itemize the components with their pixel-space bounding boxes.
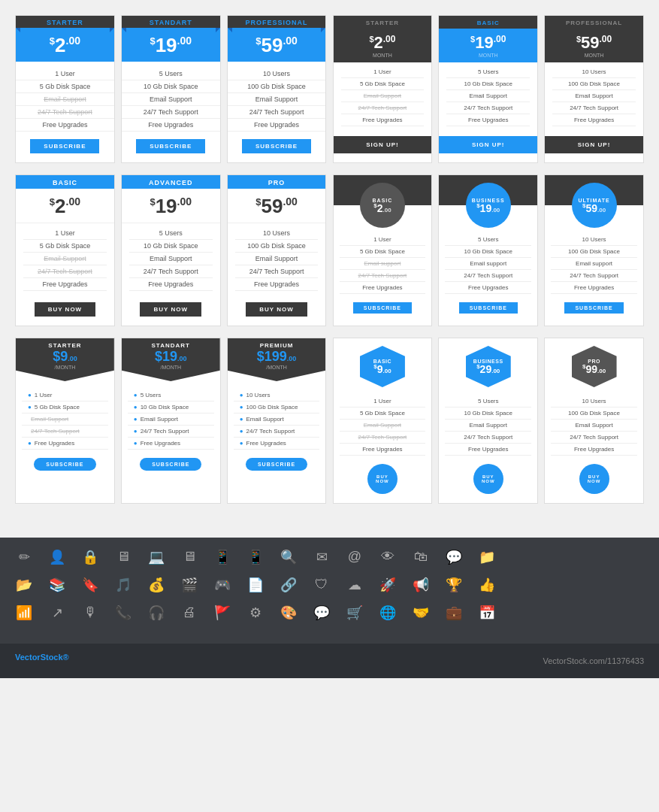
icon-item[interactable]: 📱 xyxy=(213,549,231,565)
buy-button[interactable]: BUY NOW xyxy=(579,464,609,494)
icon-item[interactable]: 🛍 xyxy=(412,549,430,565)
hex-badge-price: $9.00 xyxy=(373,364,391,374)
icon-item[interactable]: @ xyxy=(346,549,364,565)
feature-item: Free Upgrades xyxy=(228,119,326,132)
icon-item[interactable]: 📅 xyxy=(478,604,496,621)
icon-item[interactable]: 🎵 xyxy=(114,577,132,593)
feature-item: 5 Gb Disk Space xyxy=(341,78,425,90)
icon-item[interactable]: 💬 xyxy=(313,604,331,621)
icon-item[interactable]: 📁 xyxy=(478,549,496,565)
icon-item[interactable]: 📄 xyxy=(246,577,265,593)
circle-card: ULTIMATE $59.00 10 Users100 Gb Disk Spac… xyxy=(544,174,644,326)
feature-item: Email Support xyxy=(235,253,319,265)
icon-item[interactable]: 🎮 xyxy=(213,577,231,593)
signup-button[interactable]: SIGN UP! xyxy=(439,136,537,153)
feature-icon: ● xyxy=(134,404,138,411)
icon-item[interactable]: 🔍 xyxy=(280,549,298,565)
feature-item: Free Upgrades xyxy=(445,282,531,294)
buy-button[interactable]: BUY NOW xyxy=(246,302,307,317)
icon-item[interactable]: 🤝 xyxy=(412,604,430,621)
icon-item[interactable]: 📶 xyxy=(15,604,33,621)
icon-item[interactable]: 📢 xyxy=(412,577,430,593)
icon-item[interactable]: 📞 xyxy=(114,604,132,621)
dark-card: PROFESSIONAL $59.00 MONTH 10 Users100 Gb… xyxy=(544,15,644,163)
feature-item: Free Upgrades xyxy=(341,114,425,126)
dark-header: BASIC xyxy=(439,16,537,29)
icon-item[interactable]: 🔗 xyxy=(280,577,298,593)
icon-item[interactable]: 🖥 xyxy=(114,549,132,565)
buy-button[interactable]: BUY NOW xyxy=(367,464,398,494)
icon-item[interactable]: 📚 xyxy=(48,577,66,593)
feature-item: ●24/7 Tech Support xyxy=(234,426,320,438)
icon-item[interactable]: 👍 xyxy=(478,577,496,593)
ribbon-card: STARTER $2.00 1 User5 Gb Disk SpaceEmail… xyxy=(15,15,115,163)
icon-item[interactable]: 💻 xyxy=(147,549,165,565)
icon-item[interactable]: 🌐 xyxy=(379,604,397,621)
signup-button[interactable]: SIGN UP! xyxy=(545,136,643,153)
icon-item[interactable]: 📂 xyxy=(15,577,33,593)
subscribe-button[interactable]: SUBSCRIBE xyxy=(30,139,99,153)
subscribe-button[interactable]: SUBSCRIBE xyxy=(140,458,201,471)
icon-item[interactable]: ⚙ xyxy=(246,604,265,621)
icon-item[interactable]: 💼 xyxy=(445,604,463,621)
icon-item[interactable]: ✏ xyxy=(15,549,33,565)
feature-item: 1 User xyxy=(340,234,426,246)
buy-button[interactable]: BUY NOW xyxy=(35,302,96,317)
subscribe-button[interactable]: SUBSCRIBE xyxy=(136,139,205,153)
icon-item[interactable]: ☁ xyxy=(346,577,364,593)
price: $59.00 xyxy=(228,34,326,57)
circle-card: BASIC $2.00 1 User5 Gb Disk SpaceEmail s… xyxy=(333,174,433,326)
icon-item[interactable]: 🔒 xyxy=(81,549,99,565)
subscribe-button[interactable]: SUBSCRIBE xyxy=(242,139,311,153)
light-header: PRO xyxy=(228,175,326,189)
brand-name: VectorStock xyxy=(15,653,63,662)
icon-item[interactable]: 💬 xyxy=(445,549,463,565)
icon-item[interactable]: ✉ xyxy=(313,549,331,565)
price: $2.00 xyxy=(16,195,114,218)
feature-item: ●Free Upgrades xyxy=(128,438,214,450)
icon-item[interactable]: 👤 xyxy=(48,549,66,565)
feature-icon: ● xyxy=(134,416,138,423)
icon-item[interactable]: 🎧 xyxy=(147,604,165,621)
feature-icon: ● xyxy=(240,440,243,447)
watermark-bar: VectorStock® VectorStock.com/11376433 xyxy=(0,644,659,678)
icon-item[interactable]: 🛡 xyxy=(313,577,331,593)
icon-item[interactable]: 👁 xyxy=(379,549,397,565)
subscribe-button[interactable]: SUBSCRIBE xyxy=(564,302,623,314)
signup-button[interactable]: SIGN UP! xyxy=(334,136,432,153)
subscribe-button[interactable]: SUBSCRIBE xyxy=(459,302,518,314)
icon-item[interactable]: 🎨 xyxy=(280,604,298,621)
icon-item[interactable]: 💰 xyxy=(147,577,165,593)
icon-item[interactable]: 🖥 xyxy=(180,549,198,565)
feature-item: ●10 Users xyxy=(234,389,320,401)
feature-icon: ● xyxy=(28,404,32,411)
dark-price: $59.00 MONTH xyxy=(545,29,643,62)
feature-item: 24/7 Tech Support xyxy=(340,270,426,282)
icon-item[interactable]: 📱 xyxy=(246,549,265,565)
subscribe-button[interactable]: SUBSCRIBE xyxy=(34,458,95,471)
feature-item: 24/7 Tech Support xyxy=(16,106,114,119)
icon-item[interactable]: 🎙 xyxy=(81,604,99,621)
feature-item: Free Upgrades xyxy=(340,444,426,456)
feature-item: Email Support xyxy=(23,253,107,265)
feature-item: 24/7 Tech Support xyxy=(445,432,531,444)
buy-button[interactable]: BUY NOW xyxy=(473,464,503,494)
icon-item[interactable]: 🏆 xyxy=(445,577,463,593)
feature-icon: ● xyxy=(240,404,243,411)
feature-item: Email Support xyxy=(551,420,637,432)
subscribe-button[interactable]: SUBSCRIBE xyxy=(353,302,412,314)
banner-top: PREMIUM $199.00 /MONTH xyxy=(228,338,326,381)
banner-price: $199.00 xyxy=(228,349,326,365)
feature-item: Free Upgrades xyxy=(340,282,426,294)
price: $19.00 xyxy=(122,34,220,57)
icon-item[interactable]: 🚀 xyxy=(379,577,397,593)
subscribe-button[interactable]: SUBSCRIBE xyxy=(246,458,307,471)
icon-item[interactable]: 🚩 xyxy=(213,604,231,621)
buy-button[interactable]: BUY NOW xyxy=(140,302,201,317)
icon-item[interactable]: 🔖 xyxy=(81,577,99,593)
icon-item[interactable]: 🎬 xyxy=(180,577,198,593)
icon-item[interactable]: ↗ xyxy=(48,604,66,621)
icon-item[interactable]: 🛒 xyxy=(346,604,364,621)
icon-item[interactable]: 🖨 xyxy=(180,604,198,621)
features-list: ●5 Users●10 Gb Disk Space●Email Support●… xyxy=(122,387,220,452)
